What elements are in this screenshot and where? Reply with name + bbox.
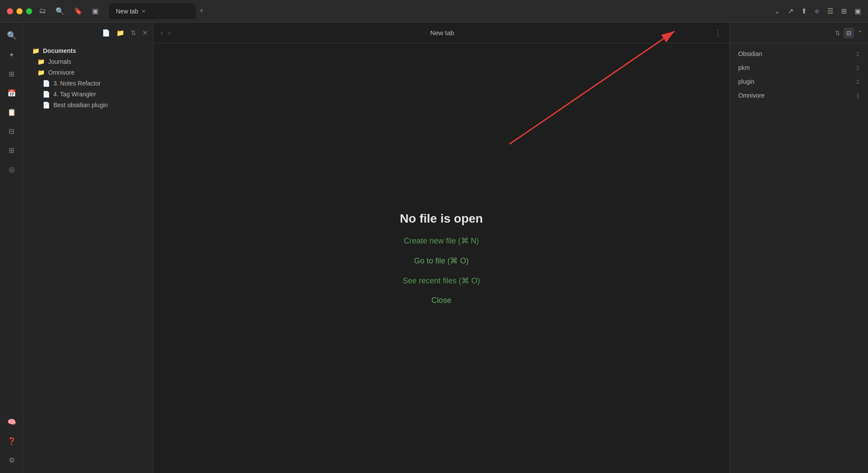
ai-icon: 🧠 bbox=[7, 418, 16, 426]
tree-label-documents: Documents bbox=[43, 47, 76, 54]
tag-label-omnivore: Omnivore bbox=[738, 92, 765, 99]
settings-icon: ⚙ bbox=[9, 456, 15, 464]
no-file-panel: No file is open Create new file (⌘ N) Go… bbox=[154, 43, 729, 473]
sidebar-item-calendar[interactable]: 📅 bbox=[4, 85, 20, 101]
note-icon: 📋 bbox=[7, 108, 16, 116]
tab-close-button[interactable]: ✕ bbox=[141, 8, 146, 14]
tag-label-obsidian: Obsidian bbox=[738, 50, 762, 57]
dropdown-icon[interactable]: ⌄ bbox=[774, 7, 780, 15]
new-note-icon[interactable]: 📄 bbox=[102, 29, 110, 37]
create-new-file-link[interactable]: Create new file (⌘ N) bbox=[404, 236, 479, 246]
see-recent-files-link[interactable]: See recent files (⌘ O) bbox=[403, 276, 480, 286]
tags-expand-icon[interactable]: ⌃ bbox=[858, 30, 863, 36]
tag-item-obsidian[interactable]: Obsidian 2 bbox=[730, 47, 868, 61]
tab-bar: New tab ✕ + bbox=[109, 3, 774, 19]
sidebar-item-table[interactable]: ⊞ bbox=[4, 142, 20, 158]
folder-icon: 📁 bbox=[37, 69, 45, 76]
sidebar-item-graph[interactable]: ✦ bbox=[4, 47, 20, 62]
community-icon: ◎ bbox=[9, 165, 15, 174]
nav-forward-button[interactable]: › bbox=[168, 29, 170, 37]
tree-label-tag-wrangler: 4. Tag Wrangler bbox=[53, 91, 96, 98]
titlebar-left-icons: 🗂 🔍 🔖 ▣ bbox=[39, 7, 99, 15]
tree-label-journals: Journals bbox=[48, 58, 71, 65]
tree-label-best-obsidian-plugin: Best obsidian plugin bbox=[53, 102, 108, 108]
add-tab-button[interactable]: + bbox=[199, 7, 204, 16]
file-icon: 📄 bbox=[43, 80, 50, 87]
sidebar-item-community[interactable]: ◎ bbox=[4, 161, 20, 177]
tags-sort-icon[interactable]: ⇅ bbox=[835, 30, 840, 36]
search-icon: 🔍 bbox=[7, 31, 16, 40]
folder-icon: 📁 bbox=[37, 58, 45, 65]
file-tree: 📁 Documents 📁 Journals 📁 Omnivore 📄 3. N… bbox=[23, 43, 153, 473]
tag-item-plugin[interactable]: plugin 2 bbox=[730, 75, 868, 89]
tag-count-plugin: 2 bbox=[856, 79, 859, 85]
editor-toolbar: ‹ › New tab ⋮ bbox=[154, 23, 729, 43]
plugins-icon: ⊞ bbox=[9, 70, 14, 78]
tag-count-pkm: 2 bbox=[856, 65, 859, 71]
tag-label-plugin: plugin bbox=[738, 78, 754, 85]
close-button[interactable] bbox=[7, 8, 13, 14]
file-sidebar: 📄 📁 ⇅ ✕ 📁 Documents 📁 Journals 📁 Omnivor… bbox=[23, 23, 154, 473]
tree-folder-documents[interactable]: 📁 Documents bbox=[25, 46, 151, 56]
tree-file-tag-wrangler[interactable]: 📄 4. Tag Wrangler bbox=[25, 89, 151, 99]
file-sidebar-header: 📄 📁 ⇅ ✕ bbox=[23, 23, 153, 43]
tags-panel: ⇅ ⊟ ⌃ Obsidian 2 pkm 2 plugin 2 Omnivore… bbox=[729, 23, 868, 473]
sidebar-toggle-icon[interactable]: ▣ bbox=[92, 7, 99, 15]
tab-label: New tab bbox=[116, 8, 138, 15]
tag-count-obsidian: 2 bbox=[856, 51, 859, 57]
icon-sidebar: 🔍 ✦ ⊞ 📅 📋 ⊟ ⊞ ◎ 🧠 ❓ ⚙ bbox=[0, 23, 23, 473]
new-folder-icon[interactable]: 📁 bbox=[116, 29, 125, 37]
graph-icon: ✦ bbox=[9, 51, 14, 59]
calendar-icon: 📅 bbox=[7, 89, 16, 97]
editor-area: ‹ › New tab ⋮ No file is open Create new… bbox=[154, 23, 729, 473]
sidebar-item-search[interactable]: 🔍 bbox=[4, 28, 20, 43]
open-new-icon[interactable]: ↗ bbox=[788, 7, 793, 15]
hamburger-icon[interactable]: ☰ bbox=[827, 7, 833, 15]
maximize-button[interactable] bbox=[26, 8, 32, 14]
help-icon: ❓ bbox=[7, 437, 16, 445]
tree-file-notes-refactor[interactable]: 📄 3. Notes Refactor bbox=[25, 78, 151, 89]
bookmark-icon[interactable]: 🔖 bbox=[74, 7, 82, 15]
file-icon: 📄 bbox=[43, 102, 50, 108]
folder-icon: 📁 bbox=[32, 47, 39, 54]
tree-folder-omnivore[interactable]: 📁 Omnivore bbox=[25, 67, 151, 78]
grid-icon[interactable]: ⊞ bbox=[841, 7, 847, 15]
table-icon: ⊞ bbox=[9, 146, 14, 154]
search-icon[interactable]: 🔍 bbox=[56, 7, 64, 15]
titlebar: 🗂 🔍 🔖 ▣ New tab ✕ + ⌄ ↗ ⬆ ⟐ ☰ ⊞ ▣ bbox=[0, 0, 868, 23]
tag-item-omnivore[interactable]: Omnivore 1 bbox=[730, 89, 868, 102]
new-tab[interactable]: New tab ✕ bbox=[109, 3, 196, 19]
tags-icon[interactable]: ⟐ bbox=[815, 7, 819, 16]
tag-label-pkm: pkm bbox=[738, 64, 750, 71]
minimize-button[interactable] bbox=[16, 8, 23, 14]
no-file-title: No file is open bbox=[400, 212, 483, 226]
share-icon[interactable]: ⬆ bbox=[801, 7, 807, 15]
sidebar-right-icon[interactable]: ▣ bbox=[855, 7, 861, 15]
tags-panel-header: ⇅ ⊟ ⌃ bbox=[730, 23, 868, 43]
tag-item-pkm[interactable]: pkm 2 bbox=[730, 61, 868, 75]
traffic-lights bbox=[7, 8, 32, 14]
main-layout: 🔍 ✦ ⊞ 📅 📋 ⊟ ⊞ ◎ 🧠 ❓ ⚙ bbox=[0, 23, 868, 473]
nav-back-button[interactable]: ‹ bbox=[161, 29, 163, 37]
tree-file-best-obsidian-plugin[interactable]: 📄 Best obsidian plugin bbox=[25, 100, 151, 110]
editor-menu-button[interactable]: ⋮ bbox=[714, 28, 722, 38]
sidebar-item-help[interactable]: ❓ bbox=[4, 433, 20, 449]
tag-count-omnivore: 1 bbox=[856, 92, 859, 99]
sidebar-item-daily[interactable]: ⊟ bbox=[4, 123, 20, 139]
titlebar-right-icons: ⌄ ↗ ⬆ ⟐ ☰ ⊞ ▣ bbox=[774, 7, 861, 16]
open-folder-icon[interactable]: 🗂 bbox=[39, 7, 46, 15]
sidebar-item-plugins[interactable]: ⊞ bbox=[4, 66, 20, 82]
tree-label-omnivore: Omnivore bbox=[48, 69, 75, 76]
file-icon: 📄 bbox=[43, 91, 50, 98]
tree-label-notes-refactor: 3. Notes Refactor bbox=[53, 80, 101, 87]
sidebar-item-settings[interactable]: ⚙ bbox=[4, 452, 20, 468]
close-link[interactable]: Close bbox=[431, 296, 451, 305]
sort-icon[interactable]: ⇅ bbox=[131, 29, 136, 37]
daily-icon: ⊟ bbox=[9, 127, 14, 135]
sidebar-item-ai[interactable]: 🧠 bbox=[4, 414, 20, 430]
go-to-file-link[interactable]: Go to file (⌘ O) bbox=[414, 256, 469, 266]
tree-folder-journals[interactable]: 📁 Journals bbox=[25, 56, 151, 67]
sidebar-item-note[interactable]: 📋 bbox=[4, 104, 20, 120]
collapse-icon[interactable]: ✕ bbox=[142, 29, 148, 37]
tags-view-icon[interactable]: ⊟ bbox=[844, 28, 854, 38]
